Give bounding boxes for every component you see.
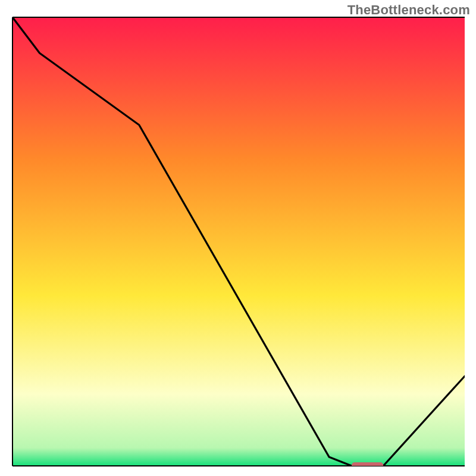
plot-background bbox=[12, 17, 465, 466]
optimal-marker bbox=[352, 462, 383, 469]
watermark-text: TheBottleneck.com bbox=[347, 2, 470, 18]
chart-canvas: TheBottleneck.com bbox=[0, 0, 476, 476]
bottleneck-chart bbox=[0, 0, 476, 476]
